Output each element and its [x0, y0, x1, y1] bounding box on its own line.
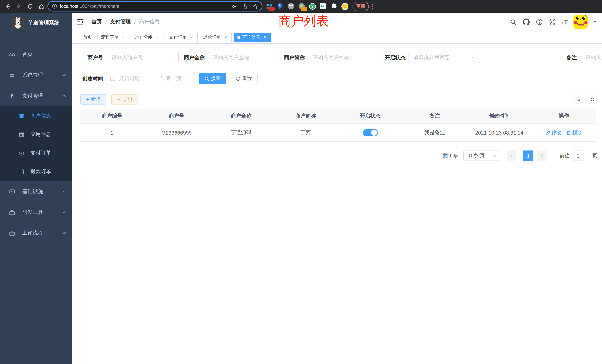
col-header: 操作 [532, 113, 596, 119]
next-page-button[interactable] [537, 150, 547, 161]
app-window: 芋道管理系统 首页 系统管理 ¥ 支付管理 [0, 13, 602, 364]
app-title: 芋道管理系统 [28, 20, 59, 26]
download-icon [117, 97, 121, 102]
filter-label-merchant-no: 商户号 [82, 52, 103, 63]
full-name-input[interactable] [208, 52, 278, 63]
profile-emoji-icon[interactable] [341, 3, 348, 10]
status-select[interactable]: 请选择开启状态 [408, 52, 480, 63]
sidebar-item-devtools[interactable]: 研发工具 [0, 202, 72, 223]
close-icon[interactable] [262, 35, 268, 40]
sidebar-item-refund-order[interactable]: 退款订单 [0, 162, 72, 181]
sidebar-item-label: 研发工具 [22, 209, 62, 216]
help-icon[interactable] [536, 18, 543, 26]
browser-chrome: localhost:1024/pay/merchant 10 [0, 0, 602, 13]
tab-home[interactable]: 首页 [80, 32, 95, 42]
refresh-button[interactable] [588, 95, 597, 104]
site-info-icon[interactable] [52, 4, 57, 9]
sidebar-item-merchant-info[interactable]: 商户信息 [0, 107, 72, 125]
extension-circle-icon[interactable]: 1 [298, 3, 305, 10]
reset-button[interactable]: 重置 [230, 73, 258, 84]
extension-y-icon[interactable] [309, 3, 316, 10]
breadcrumb-home[interactable]: 首页 [92, 19, 102, 25]
sidebar-item-label: 基础设施 [22, 188, 62, 195]
table-grid-icon [18, 132, 25, 138]
font-size-icon[interactable]: TT [562, 19, 568, 25]
short-name-input[interactable] [308, 52, 378, 63]
bookmark-star-icon[interactable] [252, 3, 258, 9]
calendar-icon [110, 76, 115, 81]
fullscreen-icon[interactable] [549, 18, 556, 26]
remark-input[interactable] [581, 52, 602, 63]
tags-view-bar: 首页 流程表单 用户分组 支付订单 退款订单 商户信息 [72, 31, 602, 44]
close-icon[interactable] [121, 35, 126, 40]
url-bar[interactable]: localhost:1024/pay/merchant [48, 2, 262, 11]
extension-command-icon[interactable] [288, 3, 294, 10]
shop-icon [18, 113, 25, 119]
page-size-select[interactable]: 10条/页 [463, 150, 500, 161]
goto-page-input[interactable] [572, 150, 584, 161]
chevron-down-icon [62, 73, 66, 77]
sidebar-item-pay[interactable]: ¥ 支付管理 [0, 86, 72, 106]
sidebar-item-label: 支付管理 [22, 93, 62, 99]
tab-merchant-info[interactable]: 商户信息 [234, 32, 271, 42]
chrome-menu-icon[interactable] [372, 4, 373, 9]
browser-home-icon[interactable] [36, 1, 46, 11]
extension-chat-icon[interactable] [320, 3, 327, 10]
extensions-puzzle-icon[interactable] [331, 3, 337, 10]
browser-reload-icon[interactable] [25, 1, 35, 11]
prev-page-button[interactable] [507, 150, 516, 161]
edit-link[interactable]: 修改 [546, 129, 561, 136]
avatar-caret-icon[interactable] [593, 21, 597, 23]
chevron-down-icon [471, 55, 476, 60]
close-icon[interactable] [155, 35, 160, 40]
main-area: 商户列表 首页 / 支付管理 / 商户信息 [72, 13, 602, 364]
col-header: 商户简称 [273, 113, 338, 119]
breadcrumb-pay[interactable]: 支付管理 [110, 19, 131, 25]
sidebar-item-system[interactable]: 系统管理 [0, 65, 72, 86]
merchant-table: 商户编号 商户号 商户全称 商户简称 开启状态 备注 创建时间 操作 1 M23… [80, 109, 596, 142]
date-start-placeholder[interactable]: 开始日期 [119, 75, 147, 82]
sidebar-item-infra[interactable]: 基础设施 [0, 181, 72, 202]
cell-remark: 我是备注 [402, 129, 467, 136]
date-end-placeholder[interactable]: 结束日期 [161, 75, 189, 82]
add-button[interactable]: + 新增 [80, 94, 106, 105]
user-avatar[interactable] [573, 15, 588, 29]
browser-back-icon[interactable] [3, 1, 13, 11]
toggle-search-button[interactable] [573, 95, 583, 104]
share-icon[interactable] [242, 3, 247, 9]
breadcrumb-separator: / [105, 19, 107, 25]
github-icon[interactable] [523, 18, 530, 26]
date-range-input[interactable]: 开始日期 - 结束日期 [106, 73, 195, 84]
export-button[interactable]: 导出 [111, 94, 138, 105]
tab-pay-order[interactable]: 支付订单 [166, 32, 198, 42]
sidebar-collapse-icon[interactable] [73, 13, 86, 31]
col-header: 商户全称 [209, 113, 273, 119]
tab-refund-order[interactable]: 退款订单 [200, 32, 232, 42]
sidebar-item-label: 首页 [22, 51, 66, 58]
delete-link[interactable]: 删除 [566, 129, 582, 136]
cell-id: 1 [80, 129, 144, 136]
sidebar-item-app-info[interactable]: 应用信息 [0, 125, 72, 144]
cell-created-at: 2021-10-23 08:31:14 [467, 129, 532, 136]
tab-process-form[interactable]: 流程表单 [97, 32, 129, 42]
app-logo[interactable]: 芋道管理系统 [0, 13, 72, 33]
status-toggle[interactable] [363, 129, 377, 136]
extension-pin-icon[interactable] [277, 3, 284, 10]
chrome-update-button[interactable]: 更新 [353, 2, 369, 11]
sidebar-item-label: 商户信息 [30, 113, 51, 119]
filter-label-status: 开启状态 [379, 52, 406, 63]
sidebar-item-home[interactable]: 首页 [0, 44, 72, 65]
search-button[interactable]: 搜索 [199, 73, 226, 84]
password-key-icon[interactable] [231, 3, 237, 9]
search-icon[interactable] [510, 18, 517, 26]
browser-forward-icon[interactable] [14, 1, 24, 11]
extension-badge: 1 [301, 7, 307, 11]
page-number-1[interactable]: 1 [523, 150, 533, 161]
tab-user-group[interactable]: 用户分组 [132, 32, 163, 42]
merchant-no-input[interactable] [107, 52, 179, 63]
close-icon[interactable] [223, 35, 228, 40]
extension-grid-icon[interactable]: 10 [266, 3, 273, 10]
sidebar-item-pay-order[interactable]: 支付订单 [0, 144, 72, 162]
sidebar-item-workflow[interactable]: 工作流程 [0, 223, 72, 244]
close-icon[interactable] [189, 35, 194, 40]
